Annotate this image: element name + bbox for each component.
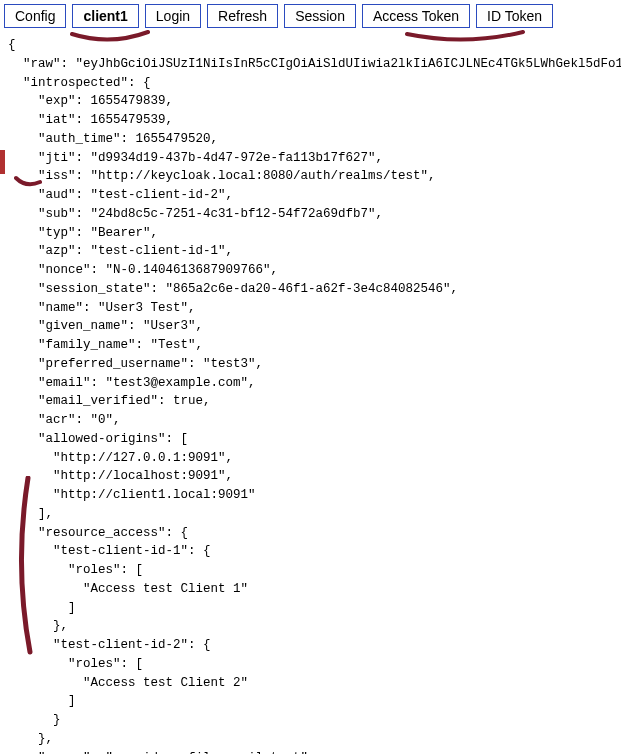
tab-bar: Config client1 Login Refresh Session Acc… — [0, 0, 621, 32]
tab-config[interactable]: Config — [4, 4, 66, 28]
json-output: { "raw": "eyJhbGciOiJSUzI1NiIsInR5cCIgOi… — [0, 32, 621, 754]
tab-access-token[interactable]: Access Token — [362, 4, 470, 28]
tab-id-token[interactable]: ID Token — [476, 4, 553, 28]
tab-refresh[interactable]: Refresh — [207, 4, 278, 28]
tab-session[interactable]: Session — [284, 4, 356, 28]
tab-login[interactable]: Login — [145, 4, 201, 28]
tab-client1[interactable]: client1 — [72, 4, 138, 28]
